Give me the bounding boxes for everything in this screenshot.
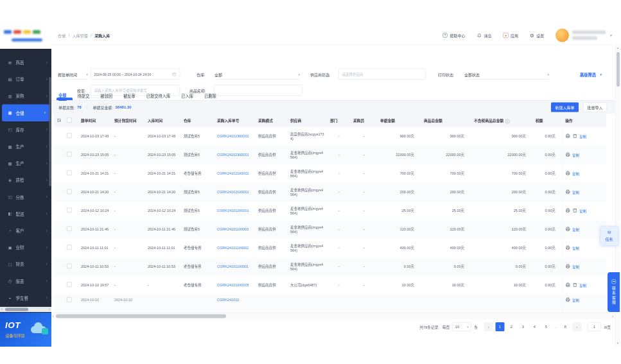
- row-checkbox[interactable]: [67, 264, 72, 269]
- pagination-ellipsis[interactable]: ...: [553, 325, 558, 329]
- scroll-left-icon[interactable]: ‹: [53, 314, 54, 318]
- sidebar-item-quality[interactable]: ◈质检›: [0, 171, 51, 188]
- sidebar-item-finance[interactable]: ▢财务›: [0, 256, 51, 272]
- next-page-button[interactable]: ›: [572, 322, 581, 331]
- sidebar-item-delivery[interactable]: ◧配送›: [0, 205, 51, 222]
- advanced-filter-button[interactable]: 高级筛选 ▾: [580, 69, 602, 80]
- sidebar-item-inventory[interactable]: ◰库存›: [0, 121, 51, 138]
- copy-link[interactable]: 复制: [572, 247, 579, 250]
- order-number-link[interactable]: CGRK24101100001: [217, 264, 249, 268]
- print-icon[interactable]: [565, 152, 570, 157]
- table-horizontal-scrollbar[interactable]: ‹ ›: [51, 313, 615, 319]
- row-checkbox[interactable]: [67, 245, 72, 250]
- page-button-3[interactable]: 3: [518, 322, 527, 331]
- sidebar-item-business-finance[interactable]: ▣业财›: [0, 239, 51, 256]
- row-checkbox[interactable]: [67, 227, 72, 232]
- page-button-1[interactable]: 1: [495, 322, 504, 331]
- sidebar-item-student-meal[interactable]: ◒学生餐›: [0, 290, 51, 306]
- copy-link[interactable]: 复制: [579, 135, 586, 139]
- print-icon[interactable]: [565, 297, 570, 302]
- tab-to-submit[interactable]: 待提交: [78, 90, 90, 101]
- sidebar-item-production-2[interactable]: ▩生产›: [0, 155, 51, 171]
- sidebar-item-customer[interactable]: ◔客户›: [0, 222, 51, 239]
- order-number-link[interactable]: CGRK24102300001: [217, 153, 249, 157]
- print-status-select[interactable]: 全部状态 ▾: [464, 69, 549, 80]
- row-checkbox[interactable]: [67, 171, 72, 176]
- tab-all[interactable]: 全部: [58, 90, 67, 101]
- print-icon[interactable]: [565, 134, 570, 139]
- row-checkbox[interactable]: [67, 189, 72, 195]
- row-checkbox[interactable]: [67, 297, 72, 302]
- order-number-link[interactable]: CGRK24101000005: [217, 283, 249, 287]
- copy-link[interactable]: 复制: [572, 191, 579, 195]
- page-jump-input[interactable]: [588, 322, 601, 331]
- sidebar-item-report[interactable]: ◷报表›: [0, 273, 51, 290]
- tab-stored[interactable]: 已入库: [181, 90, 193, 101]
- copy-link[interactable]: 复制: [572, 265, 579, 269]
- iot-banner[interactable]: IOT 设备与环境: [0, 313, 51, 347]
- row-checkbox[interactable]: [67, 152, 72, 157]
- date-range-input[interactable]: 2024-09-25 00:00 ~ 2024-10-24 24:00: [91, 69, 180, 80]
- breadcrumb-item[interactable]: 入库管理: [73, 33, 88, 39]
- sidebar-item-sorting[interactable]: ◫分拣›: [0, 189, 51, 205]
- tab-re-reviewed[interactable]: 被反审: [123, 90, 136, 101]
- warehouse-select[interactable]: 全部 ▾: [214, 69, 300, 80]
- order-number-link[interactable]: CGRK24102100002: [217, 171, 249, 175]
- delete-icon[interactable]: [572, 282, 577, 288]
- print-icon[interactable]: [565, 189, 570, 195]
- print-icon[interactable]: [565, 208, 570, 213]
- copy-link[interactable]: 复制: [579, 209, 586, 213]
- sidebar-item-goods[interactable]: ⊞商品›: [0, 54, 51, 71]
- sidebar-item-warehouse[interactable]: ▦仓储›: [2, 105, 49, 121]
- copy-link[interactable]: 复制: [572, 172, 579, 176]
- scroll-right-icon[interactable]: ›: [49, 308, 50, 311]
- user-menu[interactable]: ▾: [555, 28, 612, 42]
- print-icon[interactable]: [565, 227, 570, 232]
- messages-button[interactable]: 消息: [477, 33, 491, 39]
- print-icon[interactable]: [565, 282, 570, 288]
- per-page-select[interactable]: 10 ▾: [453, 322, 471, 331]
- select-all-checkbox[interactable]: [67, 117, 72, 123]
- sidebar-horizontal-scrollbar[interactable]: ‹ ›: [0, 307, 51, 312]
- time-field-select[interactable]: 按建单时间 ▾: [58, 69, 88, 80]
- print-icon[interactable]: [565, 264, 570, 269]
- batch-import-button[interactable]: 批量导入: [583, 103, 607, 112]
- task-widget[interactable]: 任务: [600, 226, 618, 246]
- scroll-up-icon[interactable]: ▲: [617, 47, 619, 50]
- scrollbar-thumb[interactable]: [5, 308, 28, 311]
- supplier-input[interactable]: [338, 69, 426, 80]
- sidebar-item-production[interactable]: ▩生产›: [0, 138, 51, 155]
- scroll-down-icon[interactable]: ▼: [617, 342, 619, 345]
- scroll-left-icon[interactable]: ‹: [1, 308, 3, 311]
- sidebar-item-purchase[interactable]: ▥采购›: [0, 87, 51, 104]
- copy-link[interactable]: 复制: [572, 299, 579, 302]
- order-number-link[interactable]: CGRK241010: [217, 298, 239, 302]
- create-inbound-button[interactable]: 新建入库单: [551, 103, 579, 112]
- delete-icon[interactable]: [572, 134, 577, 139]
- copy-link[interactable]: 复制: [572, 228, 579, 232]
- scrollbar-thumb[interactable]: [56, 315, 226, 318]
- help-center-button[interactable]: ? 帮助中心: [442, 33, 466, 39]
- scroll-right-icon[interactable]: ›: [612, 314, 613, 318]
- order-number-link[interactable]: CGRK24102300002: [217, 134, 249, 138]
- settings-button[interactable]: ⚙ 设置: [530, 32, 544, 38]
- prev-page-button[interactable]: ‹: [484, 322, 493, 331]
- page-button-2[interactable]: 2: [507, 322, 516, 331]
- customer-service-widget[interactable]: 联系客服: [608, 272, 620, 312]
- copy-link[interactable]: 复制: [579, 284, 586, 288]
- page-button-5[interactable]: 5: [541, 322, 550, 331]
- sidebar-item-orders[interactable]: ▤订单›: [0, 71, 51, 87]
- order-number-link[interactable]: CGRK24101100002: [217, 246, 249, 250]
- delete-icon[interactable]: [572, 208, 577, 213]
- copy-link[interactable]: 复制: [572, 153, 579, 157]
- row-checkbox[interactable]: [67, 208, 72, 213]
- print-icon[interactable]: [565, 245, 570, 250]
- row-checkbox[interactable]: [67, 134, 72, 139]
- page-button-8[interactable]: 8: [561, 322, 570, 331]
- tab-submitted-pending[interactable]: 已提交待入库: [146, 90, 171, 101]
- order-number-link[interactable]: CGRK24102100001: [217, 190, 249, 194]
- column-settings-icon[interactable]: [57, 117, 62, 123]
- print-icon[interactable]: [565, 171, 570, 176]
- apps-button[interactable]: + 应用: [503, 33, 518, 39]
- scrollbar-thumb[interactable]: [617, 52, 620, 87]
